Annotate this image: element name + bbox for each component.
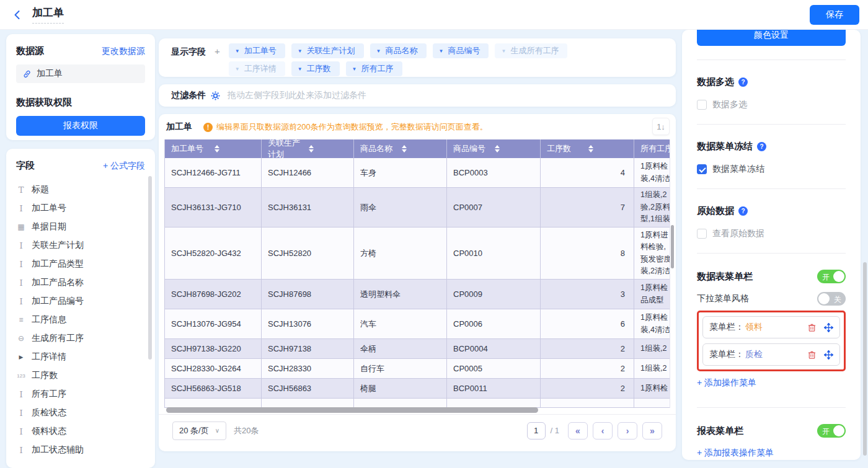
page-scrollbar[interactable]: [863, 262, 867, 456]
report-menu-toggle-on[interactable]: 开: [817, 424, 846, 438]
delete-icon[interactable]: [807, 323, 817, 332]
save-button[interactable]: 保存: [810, 5, 859, 25]
cell-all-procs: 1原料检 装,4清洁: [634, 309, 670, 338]
add-action-menu-link[interactable]: + 添加操作菜单: [697, 377, 846, 389]
divider: [697, 60, 846, 60]
column-header[interactable]: 工序数: [541, 139, 634, 158]
display-field-tag[interactable]: ▼商品编号: [433, 43, 489, 58]
move-icon[interactable]: [824, 323, 833, 332]
add-display-field-icon[interactable]: +: [215, 46, 220, 56]
field-item[interactable]: I所有工序: [16, 385, 145, 404]
field-item[interactable]: I加工产品名称: [16, 273, 145, 292]
color-settings-button[interactable]: 颜色设置: [697, 30, 846, 46]
checkbox-checked[interactable]: [697, 164, 707, 174]
sort-arrows-icon[interactable]: [215, 145, 255, 152]
filter-card: 过滤条件 拖动左侧字段到此处来添加过滤条件: [159, 84, 676, 107]
display-field-tag[interactable]: ▼商品名称: [370, 43, 427, 58]
formula-field-link[interactable]: + 公式字段: [103, 161, 145, 172]
field-item[interactable]: 123工序数: [16, 366, 145, 385]
table-vertical-scrollbar[interactable]: [671, 225, 674, 268]
field-item[interactable]: ▶工序详情: [16, 348, 145, 366]
delete-icon[interactable]: [807, 350, 817, 360]
hscroll-thumb[interactable]: [166, 407, 538, 413]
report-permission-button[interactable]: 报表权限: [16, 116, 145, 136]
sort-arrows-icon[interactable]: [402, 145, 441, 152]
cell-plan: SCJH52820: [262, 227, 354, 279]
table-menu-toggle-on[interactable]: 开: [817, 270, 846, 283]
field-item[interactable]: ⊖生成所有工序: [16, 329, 145, 348]
field-label: 工序数: [32, 370, 58, 381]
cell-product: 方椅: [354, 227, 447, 279]
help-icon[interactable]: ?: [738, 206, 748, 216]
field-item[interactable]: I领料状态: [16, 422, 145, 441]
sort-arrows-icon[interactable]: [588, 145, 627, 152]
checkbox-unchecked[interactable]: [697, 229, 707, 239]
gear-icon[interactable]: [211, 91, 220, 100]
table-title: 加工单: [166, 121, 192, 133]
page-number-input[interactable]: 1: [527, 422, 546, 439]
page-size-select[interactable]: 20 条/页 ∨: [172, 422, 226, 440]
change-datasource-link[interactable]: 更改数据源: [102, 46, 145, 57]
column-header[interactable]: 加工单号: [165, 139, 262, 158]
menu-bar-item[interactable]: 菜单栏： 领料: [702, 316, 840, 338]
menu-freeze-checkbox-row[interactable]: 数据菜单冻结: [697, 164, 846, 175]
multi-select-checkbox-row[interactable]: 数据多选: [697, 99, 846, 110]
raw-data-checkbox-row[interactable]: 查看原始数据: [697, 228, 846, 239]
row-order-icon[interactable]: 1↓: [652, 118, 670, 135]
table-row: SCJH36131-JG710 SCJH36131 雨伞 CP0007 7 1组…: [165, 188, 670, 227]
display-field-tag[interactable]: ▼关联生产计划: [291, 43, 364, 58]
field-label: 所有工序: [32, 389, 66, 400]
next-page-button[interactable]: ›: [618, 422, 637, 439]
cell-proc-count: 2: [541, 379, 634, 398]
cell-all-procs: 1原料检 品成型: [634, 280, 670, 309]
menu-bar-item[interactable]: 菜单栏： 质检: [702, 343, 840, 366]
cell-proc-count: 2: [541, 359, 634, 378]
move-icon[interactable]: [824, 350, 833, 360]
checkbox-unchecked[interactable]: [697, 100, 707, 110]
table-horizontal-scrollbar[interactable]: [164, 407, 670, 413]
chevron-down-icon: ▼: [352, 66, 357, 72]
back-button[interactable]: [9, 6, 26, 24]
sort-arrows-icon[interactable]: [495, 145, 534, 152]
field-item[interactable]: T标题: [16, 180, 145, 199]
boolean-field-icon: ⊖: [16, 334, 26, 343]
text-field-icon: I: [16, 204, 26, 213]
display-field-tag[interactable]: ▼工序数: [291, 61, 340, 76]
cell-all-procs: 1组装,2 验,2原料 型,1组装: [634, 188, 670, 227]
field-item[interactable]: I加工单号: [16, 199, 145, 218]
cell-order-no: SCJH87698-JG202: [165, 280, 262, 309]
field-item[interactable]: I关联生产计划: [16, 236, 145, 255]
display-field-tag[interactable]: ▼所有工序: [346, 61, 402, 76]
field-item[interactable]: I质检状态: [16, 404, 145, 422]
datasource-item[interactable]: 加工单: [16, 64, 145, 83]
field-item[interactable]: I加工产品类型: [16, 255, 145, 273]
display-field-tag[interactable]: ▼加工单号: [229, 43, 285, 58]
help-icon[interactable]: ?: [738, 77, 748, 87]
filter-dropzone-placeholder[interactable]: 拖动左侧字段到此处来添加过滤条件: [228, 90, 366, 101]
sort-arrows-icon[interactable]: [309, 145, 347, 152]
column-header[interactable]: 商品名称: [354, 139, 447, 158]
cell-order-no: SCJH12466-JG711: [165, 158, 262, 187]
dropdown-style-toggle-off[interactable]: 关: [817, 292, 846, 306]
column-header[interactable]: 所有工序: [634, 139, 670, 158]
field-item[interactable]: ▦单据日期: [16, 218, 145, 236]
field-list: T标题 I加工单号 ▦单据日期 I关联生产计划 I加工产品类型 I加工产品名称 …: [16, 180, 145, 459]
menu-freeze-title: 数据菜单冻结: [697, 141, 753, 152]
column-header[interactable]: 商品编号: [447, 139, 541, 158]
toggle-off-label: 关: [834, 294, 841, 305]
help-icon[interactable]: ?: [757, 142, 766, 151]
text-field-icon: I: [16, 241, 26, 250]
fields-scrollbar[interactable]: [148, 176, 152, 360]
prev-page-button[interactable]: ‹: [593, 422, 613, 439]
column-header[interactable]: 关联生产计划: [262, 139, 354, 158]
field-item[interactable]: I加工状态辅助: [16, 441, 145, 459]
last-page-button[interactable]: »: [642, 422, 662, 439]
add-report-menu-link[interactable]: + 添加报表操作菜单: [697, 448, 846, 459]
field-label: 生成所有工序: [32, 333, 84, 344]
tag-label: 工序数: [307, 63, 331, 74]
display-field-tag-disabled[interactable]: ▼生成所有工序: [495, 43, 567, 58]
first-page-button[interactable]: «: [568, 422, 588, 439]
field-item[interactable]: ≡工序信息: [16, 311, 145, 329]
display-field-tag-disabled[interactable]: ▼工序详情: [229, 61, 285, 76]
field-item[interactable]: I加工产品编号: [16, 292, 145, 311]
